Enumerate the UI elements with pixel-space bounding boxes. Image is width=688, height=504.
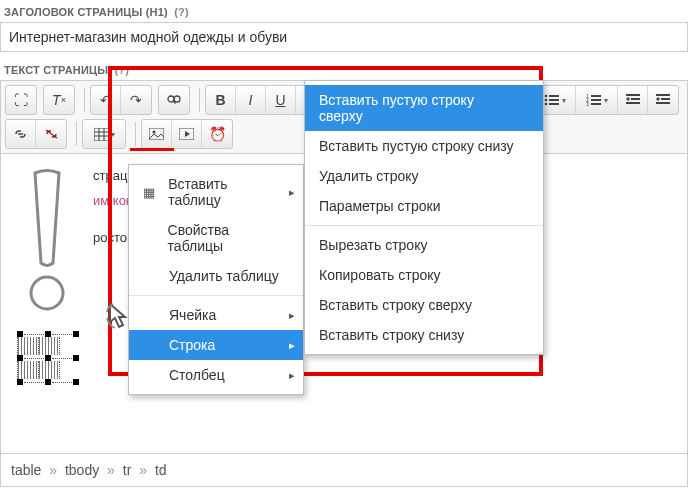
menu-table-properties[interactable]: Свойства таблицы <box>129 215 303 261</box>
svg-marker-34 <box>185 131 190 137</box>
clear-formatting-button[interactable]: T× <box>44 86 74 114</box>
submenu-insert-empty-row-below[interactable]: Вставить пустую строку снизу <box>305 131 543 161</box>
svg-point-3 <box>544 95 547 98</box>
svg-point-35 <box>31 277 63 309</box>
menu-row[interactable]: Строка ▸ <box>129 330 303 360</box>
bold-button[interactable]: B <box>206 86 236 114</box>
body-label: ТЕКСТ СТРАНИЦЫ (?) <box>0 58 688 80</box>
help-icon[interactable]: (?) <box>174 6 189 18</box>
svg-rect-19 <box>626 102 640 104</box>
svg-point-32 <box>153 131 156 134</box>
path-tr[interactable]: tr <box>123 462 132 478</box>
path-tbody[interactable]: tbody <box>65 462 99 478</box>
svg-rect-14 <box>591 103 601 105</box>
svg-rect-24 <box>656 102 670 104</box>
table-icon: ▦ <box>143 185 160 200</box>
redo-button[interactable]: ↷ <box>121 86 151 114</box>
svg-point-5 <box>544 99 547 102</box>
outdent-button[interactable] <box>618 86 648 114</box>
fullscreen-button[interactable]: ⛶ <box>6 86 36 114</box>
italic-button[interactable]: I <box>236 86 266 114</box>
submenu-delete-row[interactable]: Удалить строку <box>305 161 543 191</box>
numbered-list-button[interactable]: 123 ▾ <box>576 86 618 114</box>
svg-marker-17 <box>626 97 630 99</box>
indent-button[interactable] <box>648 86 678 114</box>
help-icon[interactable]: (?) <box>115 64 130 76</box>
selected-table-placeholder[interactable] <box>17 331 79 385</box>
svg-rect-12 <box>591 99 601 101</box>
svg-text:3: 3 <box>586 101 589 106</box>
path-table[interactable]: table <box>11 462 41 478</box>
rich-text-editor: ⛶ T× ↶ ↷ B I U <box>0 80 688 487</box>
find-button[interactable] <box>159 86 189 114</box>
svg-point-0 <box>168 96 174 102</box>
submenu-row-properties[interactable]: Параметры строки <box>305 191 543 221</box>
menu-insert-table[interactable]: ▦ Вставить таблицу ▸ <box>129 169 303 215</box>
chevron-right-icon: ▸ <box>289 309 295 322</box>
menu-cell[interactable]: Ячейка ▸ <box>129 300 303 330</box>
anchor-button[interactable]: ⏰ <box>202 120 232 148</box>
menu-delete-table[interactable]: Удалить таблицу <box>129 261 303 291</box>
svg-rect-20 <box>656 94 670 96</box>
svg-marker-22 <box>656 97 660 99</box>
svg-rect-10 <box>591 95 601 97</box>
menu-column[interactable]: Столбец ▸ <box>129 360 303 390</box>
svg-rect-26 <box>94 128 109 141</box>
svg-marker-23 <box>656 99 660 101</box>
unlink-button[interactable] <box>36 120 66 148</box>
svg-point-1 <box>174 96 180 102</box>
row-submenu: Вставить пустую строку сверху Вставить п… <box>304 80 544 355</box>
svg-rect-6 <box>549 99 559 101</box>
submenu-paste-row-above[interactable]: Вставить строку сверху <box>305 290 543 320</box>
submenu-insert-empty-row-above[interactable]: Вставить пустую строку сверху <box>305 85 543 131</box>
chevron-right-icon: ▸ <box>289 339 295 352</box>
svg-rect-4 <box>549 95 559 97</box>
link-button[interactable] <box>6 120 36 148</box>
submenu-copy-row[interactable]: Копировать строку <box>305 260 543 290</box>
embed-button[interactable] <box>172 120 202 148</box>
table-button[interactable]: ▾ <box>83 120 125 148</box>
heading-input[interactable] <box>0 22 688 52</box>
svg-marker-18 <box>626 99 630 101</box>
svg-rect-8 <box>549 103 559 105</box>
svg-rect-15 <box>626 94 640 96</box>
table-dropdown-menu: ▦ Вставить таблицу ▸ Свойства таблицы Уд… <box>128 164 304 395</box>
element-path: table » tbody » tr » td <box>0 454 688 487</box>
undo-button[interactable]: ↶ <box>91 86 121 114</box>
heading-label: ЗАГОЛОВОК СТРАНИЦЫ (H1) (?) <box>0 0 688 22</box>
underline-button[interactable]: U <box>266 86 296 114</box>
svg-point-7 <box>544 103 547 106</box>
svg-rect-31 <box>149 128 164 140</box>
chevron-right-icon: ▸ <box>289 186 295 199</box>
active-button-indicator <box>130 148 174 151</box>
exclamation-icon <box>17 168 77 321</box>
chevron-right-icon: ▸ <box>289 369 295 382</box>
submenu-cut-row[interactable]: Вырезать строку <box>305 230 543 260</box>
image-button[interactable] <box>142 120 172 148</box>
svg-rect-16 <box>631 98 640 100</box>
svg-rect-21 <box>661 98 670 100</box>
submenu-paste-row-below[interactable]: Вставить строку снизу <box>305 320 543 350</box>
path-td[interactable]: td <box>155 462 167 478</box>
